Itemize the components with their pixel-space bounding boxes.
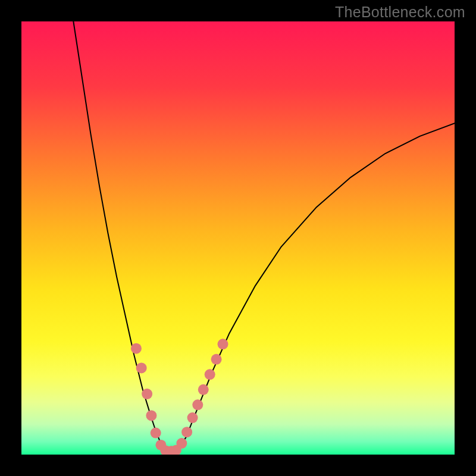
series-right-branch: [177, 123, 455, 450]
series-left-branch: [73, 21, 164, 450]
dot-dots-right: [187, 412, 198, 423]
dot-dots-left: [131, 343, 142, 354]
dot-dots-left: [142, 389, 152, 399]
watermark-text: TheBottleneck.com: [335, 4, 465, 21]
plot-area: [21, 21, 455, 455]
dot-dots-right: [205, 369, 215, 380]
chart-svg: [21, 21, 455, 455]
dot-dots-left: [146, 410, 156, 421]
dot-dots-left: [151, 428, 161, 439]
dot-dots-right: [176, 438, 187, 449]
dot-dots-right: [218, 339, 228, 349]
chart-frame: TheBottleneck.com: [0, 0, 476, 476]
dot-dots-left: [136, 362, 147, 373]
dot-dots-right: [198, 384, 209, 395]
dot-dots-right: [211, 354, 222, 365]
dot-dots-right: [192, 399, 203, 410]
dot-dots-right: [181, 427, 192, 437]
